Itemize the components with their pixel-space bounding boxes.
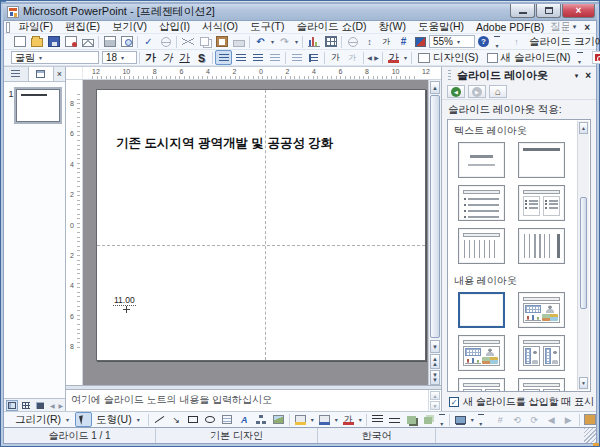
decrease-indent-button[interactable]: ◀ xyxy=(366,50,373,65)
rectangle-button[interactable] xyxy=(185,412,202,427)
menu-file[interactable]: 파일(F) xyxy=(13,20,59,34)
layout-title-two-column-text[interactable] xyxy=(518,185,565,221)
minimize-button[interactable] xyxy=(510,3,535,18)
addin-tool-1-button[interactable] xyxy=(582,412,596,427)
layout-title-slide[interactable] xyxy=(458,142,505,178)
wordart-button[interactable]: A xyxy=(236,412,253,427)
document-icon[interactable] xyxy=(6,22,10,33)
maximize-button[interactable] xyxy=(536,3,561,18)
cut-button[interactable] xyxy=(179,34,196,49)
close-button[interactable]: × xyxy=(562,3,595,18)
paste-button[interactable] xyxy=(213,34,230,49)
research-button[interactable] xyxy=(157,34,174,49)
scrollbar-thumb[interactable] xyxy=(430,95,440,338)
insert-picture-button[interactable] xyxy=(270,412,287,427)
scroll-up-button[interactable]: ▲ xyxy=(430,81,440,94)
fill-color-button[interactable] xyxy=(292,412,309,427)
menu-view[interactable]: 보기(V) xyxy=(106,20,153,34)
screen-show-button[interactable] xyxy=(452,412,469,427)
resize-grip[interactable] xyxy=(584,428,596,443)
menu-window[interactable]: 창(W) xyxy=(373,20,412,34)
tab-slides[interactable] xyxy=(29,67,54,81)
open-button[interactable] xyxy=(28,34,45,49)
task-pane-close-button[interactable]: × xyxy=(581,70,591,81)
show-on-insert-checkbox[interactable]: ✓ xyxy=(449,397,459,407)
arrow-button[interactable]: ↘ xyxy=(168,412,185,427)
flip-vertical-button[interactable]: ▶ xyxy=(560,412,577,427)
dash-style-button[interactable] xyxy=(386,412,403,427)
layout-scroll-track[interactable] xyxy=(579,135,588,376)
task-pane-grip[interactable] xyxy=(448,70,451,81)
nav-forward-button[interactable]: ▶ xyxy=(468,85,486,98)
fill-color-dropdown-icon[interactable]: ▾ xyxy=(309,416,316,423)
draw-menu-button[interactable]: 그리기(R)▾ xyxy=(11,412,75,427)
diagram-button[interactable] xyxy=(253,412,270,427)
shadow-style-button[interactable] xyxy=(403,412,420,427)
layout-scroll-down[interactable]: ▼ xyxy=(579,377,588,389)
show-grid-button[interactable]: # xyxy=(395,34,412,49)
scale-to-slide-button[interactable]: 슬라이드 크기에 비례하여(S) xyxy=(525,34,600,49)
scroll-left-icon[interactable]: ◀ xyxy=(50,402,55,409)
notes-scroll-up[interactable]: ▲ xyxy=(430,391,440,400)
numbering-button[interactable] xyxy=(288,50,305,65)
notes-scrollbar[interactable]: ▲ ▼ xyxy=(428,390,441,411)
design-name[interactable]: 기본 디자인 xyxy=(156,428,318,443)
vertical-ruler[interactable]: 8 6 4 2 0 2 4 6 8 xyxy=(66,80,83,385)
line-color-dropdown-icon[interactable]: ▾ xyxy=(333,416,340,423)
layout-vertical-text[interactable] xyxy=(518,228,565,264)
font-color-dropdown-icon[interactable]: ▾ xyxy=(402,54,409,61)
layout-blank-selected[interactable] xyxy=(458,292,505,328)
notes-scroll-down[interactable]: ▼ xyxy=(430,401,440,410)
layout-title-text[interactable] xyxy=(458,185,505,221)
line-button[interactable] xyxy=(151,412,168,427)
copy-button[interactable] xyxy=(196,34,213,49)
align-left-button[interactable] xyxy=(215,50,232,65)
rotate-right-button[interactable]: ⟳ xyxy=(526,412,543,427)
redo-dropdown-icon[interactable]: ▾ xyxy=(293,38,300,45)
menu-edit[interactable]: 편집(E) xyxy=(59,20,106,34)
convert-to-pdf-button[interactable] xyxy=(591,50,600,65)
text-box-button[interactable] xyxy=(219,412,236,427)
vertical-scrollbar[interactable]: ▲ ▼ ▲▲ ▼▼ xyxy=(428,80,441,385)
insert-hyperlink-button[interactable] xyxy=(344,34,361,49)
font-color-button[interactable]: 가 xyxy=(340,412,357,427)
layout-title-content-two-content[interactable] xyxy=(458,378,505,392)
scroll-right-icon[interactable]: ▶ xyxy=(58,402,63,409)
slide[interactable]: 기존 도시지역 광역개발 및 공공성 강화 11.00 xyxy=(96,89,426,361)
line-color-button[interactable] xyxy=(316,412,333,427)
slide-sorter-view-button[interactable] xyxy=(20,400,32,411)
horizontal-ruler[interactable]: 12 10 8 6 4 2 0 2 4 6 8 10 12 xyxy=(83,67,428,79)
align-justify-button[interactable] xyxy=(266,50,283,65)
font-size-dropdown-icon[interactable]: ▾ xyxy=(119,54,126,61)
layout-scroll-up[interactable]: ▲ xyxy=(579,122,588,134)
layout-scroll-thumb[interactable] xyxy=(580,197,587,309)
align-right-button[interactable] xyxy=(249,50,266,65)
redo-button[interactable]: ↷ xyxy=(276,34,293,49)
screen-dropdown-icon[interactable]: ▾ xyxy=(469,416,476,423)
notes-placeholder[interactable]: 여기에 슬라이드 노트의 내용을 입력하십시오 xyxy=(66,390,428,411)
horizontal-guide[interactable] xyxy=(97,245,425,246)
rotate-left-button[interactable]: ⟲ xyxy=(509,412,526,427)
increase-indent-button[interactable]: ▶ xyxy=(373,50,380,65)
autoshapes-button[interactable]: 도형(U)▾ xyxy=(92,412,146,427)
font-color-button[interactable]: 가 xyxy=(385,50,402,65)
menu-tools[interactable]: 도구(T) xyxy=(244,20,290,34)
normal-view-button[interactable] xyxy=(6,400,18,411)
slide-title-text[interactable]: 기존 도시지역 광역개발 및 공공성 강화 xyxy=(116,135,333,152)
toolbar-options-button[interactable]: ▾ xyxy=(575,50,585,65)
question-input[interactable]: 질문을 입력하십시오. xyxy=(550,20,568,34)
toolbar-options-button[interactable]: ▾ xyxy=(476,412,486,427)
scroll-down-button[interactable]: ▼ xyxy=(430,340,440,353)
insert-table-button[interactable] xyxy=(322,34,339,49)
slideshow-view-button[interactable] xyxy=(34,400,46,411)
zoom-dropdown-icon[interactable]: ▾ xyxy=(455,38,462,45)
format-painter-button[interactable] xyxy=(230,34,247,49)
undo-button[interactable]: ↶ xyxy=(252,34,269,49)
layout-title-four-content[interactable] xyxy=(518,378,565,392)
question-dropdown-icon[interactable]: ▾ xyxy=(569,23,581,31)
flip-horizontal-button[interactable]: ◀ xyxy=(543,412,560,427)
increase-font-button[interactable]: 가 xyxy=(327,50,344,65)
save-button[interactable] xyxy=(45,34,62,49)
permission-button[interactable] xyxy=(62,34,79,49)
text-shadow-button[interactable]: S xyxy=(193,50,210,65)
